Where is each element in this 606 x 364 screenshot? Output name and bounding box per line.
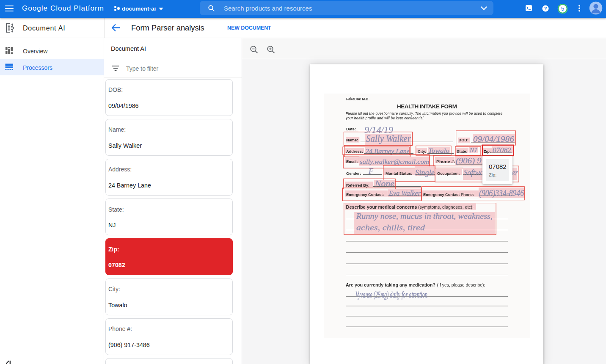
svg-text:24 Barney Lane: 24 Barney Lane [366,147,410,154]
svg-text:(If yes, please describe):: (If yes, please describe): [437,282,485,287]
svg-text:sally.walker@cmail.com: sally.walker@cmail.com [360,158,429,165]
svg-text:City:: City: [418,149,426,154]
svg-text:(906)334-8946: (906)334-8946 [479,188,524,198]
svg-text:F: F [368,167,374,176]
svg-text:Describe your medical concerns: Describe your medical concerns [346,204,417,209]
svg-text:Single: Single [415,168,435,177]
svg-text:Sally Walker: Sally Walker [366,133,411,144]
svg-text:Are you currently taking any m: Are you currently taking any medication? [346,282,435,287]
svg-text:Occupation:: Occupation: [437,171,460,176]
svg-text:?: ? [544,6,547,11]
svg-text:Gender:: Gender: [346,171,361,176]
svg-text:07082: 07082 [493,146,511,154]
svg-text:HEALTH INTAKE FORM: HEALTH INTAKE FORM [397,103,457,109]
svg-text:Zip:: Zip: [484,149,491,153]
svg-text:State:: State: [457,149,468,154]
svg-text:None: None [375,179,394,188]
svg-text:FakeDoc M.D.: FakeDoc M.D. [346,97,369,101]
svg-text:Eva Walker: Eva Walker [388,189,421,197]
svg-text:Please fill out the questionna: Please fill out the questionnaire carefu… [346,111,502,116]
svg-text:Phone #:: Phone #: [436,159,455,163]
svg-text:Emergency Contact Phone:: Emergency Contact Phone: [423,192,474,196]
svg-text:Address:: Address: [346,149,363,154]
svg-text:aches, chills, tired: aches, chills, tired [356,223,425,232]
svg-text:Name:: Name: [346,138,358,142]
svg-text:Emergency Contact:: Emergency Contact: [346,192,384,196]
svg-text:Referred By:: Referred By: [346,183,369,188]
svg-text:5: 5 [561,6,565,12]
svg-text:Runny nose, mucus in throat, w: Runny nose, mucus in throat, weakness, [356,212,493,221]
svg-text:09/04/1986: 09/04/1986 [473,135,515,143]
svg-text:Marital Status:: Marital Status: [386,171,412,176]
svg-text:(symptoms, diagnoses, etc):: (symptoms, diagnoses, etc): [418,204,474,209]
svg-text:DOB:: DOB: [459,138,468,142]
svg-text:Email:: Email: [346,159,358,163]
svg-text:Date:: Date: [346,127,356,131]
svg-text:your health profile and will b: your health profile and will be kept con… [345,116,424,120]
svg-text:Towalo: Towalo [428,147,450,154]
svg-text:Vyvanse (25mg) daily for atten: Vyvanse (25mg) daily for attention [355,289,427,299]
svg-text:NJ: NJ [469,147,477,154]
